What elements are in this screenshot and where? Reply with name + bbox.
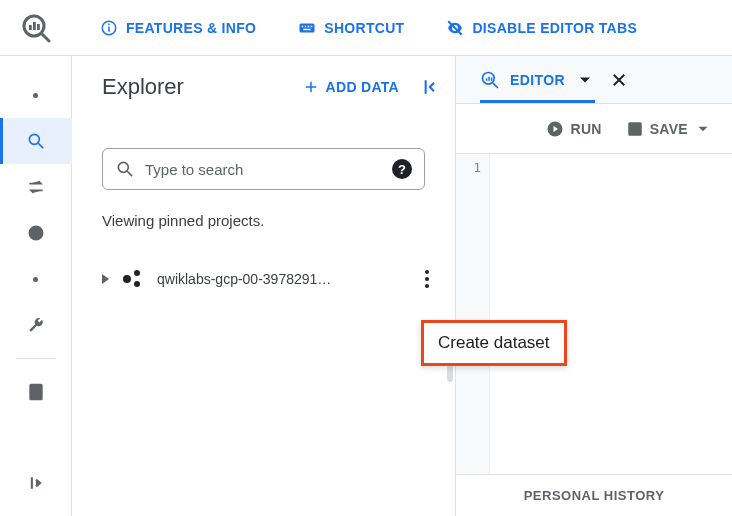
- clock-icon: [26, 223, 46, 243]
- shortcut-label: SHORTCUT: [324, 20, 404, 36]
- editor-footer-tab[interactable]: PERSONAL HISTORY: [456, 474, 732, 516]
- eye-off-icon: [446, 19, 464, 37]
- play-icon: [546, 120, 564, 138]
- add-data-label: ADD DATA: [326, 79, 399, 95]
- disable-tabs-label: DISABLE EDITOR TABS: [472, 20, 637, 36]
- svg-rect-12: [311, 25, 313, 27]
- line-number-1: 1: [456, 160, 481, 175]
- svg-rect-11: [308, 25, 310, 27]
- project-row: qwiklabs-gcp-00-3978291…: [72, 263, 455, 295]
- header-links: FEATURES & INFO SHORTCUT DISABLE EDITOR …: [72, 19, 637, 37]
- svg-rect-6: [108, 26, 110, 31]
- create-dataset-menu-item[interactable]: Create dataset: [421, 320, 567, 366]
- rail-dot-1[interactable]: [0, 72, 72, 118]
- svg-rect-23: [486, 78, 488, 81]
- add-data-button[interactable]: ADD DATA: [302, 78, 399, 96]
- close-icon: [610, 71, 628, 89]
- search-icon: [115, 159, 135, 179]
- project-kebab-menu[interactable]: [419, 264, 435, 294]
- rail-dot-2[interactable]: [0, 256, 72, 302]
- rail-expand[interactable]: [0, 470, 72, 516]
- svg-line-22: [493, 83, 497, 87]
- viewing-text: Viewing pinned projects.: [72, 190, 455, 229]
- features-label: FEATURES & INFO: [126, 20, 256, 36]
- info-icon: [100, 19, 118, 37]
- rail-document[interactable]: [0, 369, 72, 415]
- editor-toolbar: RUN SAVE: [456, 104, 732, 154]
- svg-point-19: [118, 162, 128, 172]
- svg-rect-13: [304, 28, 312, 30]
- svg-rect-7: [108, 23, 110, 25]
- search-input[interactable]: [145, 161, 382, 178]
- run-button[interactable]: RUN: [546, 120, 601, 138]
- rail-settings[interactable]: [0, 302, 72, 348]
- project-name[interactable]: qwiklabs-gcp-00-3978291…: [157, 271, 419, 287]
- explorer-header: Explorer ADD DATA: [72, 56, 455, 118]
- query-icon: [480, 70, 500, 90]
- svg-rect-25: [491, 77, 493, 80]
- bigquery-logo: [0, 0, 72, 55]
- features-link[interactable]: FEATURES & INFO: [100, 19, 256, 37]
- editor-body: 1: [456, 154, 732, 474]
- explorer-panel: Explorer ADD DATA ? Viewing pinned proje…: [72, 56, 456, 516]
- svg-rect-2: [29, 25, 32, 30]
- rail-divider: [16, 358, 56, 359]
- transfer-icon: [26, 177, 46, 197]
- rail-search[interactable]: [0, 118, 72, 164]
- svg-rect-4: [37, 24, 40, 30]
- close-tab-button[interactable]: [607, 68, 631, 92]
- wrench-icon: [26, 315, 46, 335]
- editor-tabs: EDITOR: [456, 56, 732, 104]
- editor-panel: EDITOR RUN SAVE 1 PERSONAL HISTORY: [456, 56, 732, 516]
- top-header: FEATURES & INFO SHORTCUT DISABLE EDITOR …: [0, 0, 732, 56]
- plus-icon: [302, 78, 320, 96]
- svg-line-20: [128, 172, 132, 176]
- code-area[interactable]: [490, 154, 732, 474]
- disable-tabs-link[interactable]: DISABLE EDITOR TABS: [446, 19, 637, 37]
- svg-line-16: [38, 144, 42, 148]
- expand-icon: [26, 473, 46, 493]
- bigquery-logo-icon: [20, 12, 52, 44]
- shortcut-link[interactable]: SHORTCUT: [298, 19, 404, 37]
- editor-tab-label: EDITOR: [510, 72, 565, 88]
- chevron-down-icon[interactable]: [575, 70, 595, 90]
- collapse-icon: [419, 77, 439, 97]
- svg-point-21: [483, 72, 495, 84]
- save-label: SAVE: [650, 121, 688, 137]
- svg-point-15: [29, 134, 39, 144]
- explorer-title: Explorer: [102, 74, 184, 100]
- rail-transfers[interactable]: [0, 164, 72, 210]
- search-box[interactable]: ?: [102, 148, 425, 190]
- svg-rect-10: [305, 25, 307, 27]
- save-button[interactable]: SAVE: [626, 120, 712, 138]
- svg-line-1: [42, 34, 49, 41]
- personal-history-label: PERSONAL HISTORY: [524, 488, 665, 503]
- svg-rect-9: [302, 25, 304, 27]
- document-icon: [26, 382, 46, 402]
- collapse-explorer-button[interactable]: [419, 77, 439, 97]
- create-dataset-label: Create dataset: [438, 333, 550, 352]
- svg-rect-24: [488, 76, 490, 80]
- editor-tab[interactable]: EDITOR: [480, 56, 595, 103]
- save-icon: [626, 120, 644, 138]
- chevron-down-icon: [694, 120, 712, 138]
- keyboard-icon: [298, 19, 316, 37]
- search-icon: [26, 131, 46, 151]
- run-label: RUN: [570, 121, 601, 137]
- help-icon[interactable]: ?: [392, 159, 412, 179]
- left-rail: [0, 56, 72, 516]
- rail-history[interactable]: [0, 210, 72, 256]
- line-gutter: 1: [456, 154, 490, 474]
- svg-rect-3: [33, 22, 36, 30]
- svg-rect-8: [300, 23, 315, 32]
- expand-toggle[interactable]: [102, 274, 109, 284]
- project-icon: [123, 270, 145, 288]
